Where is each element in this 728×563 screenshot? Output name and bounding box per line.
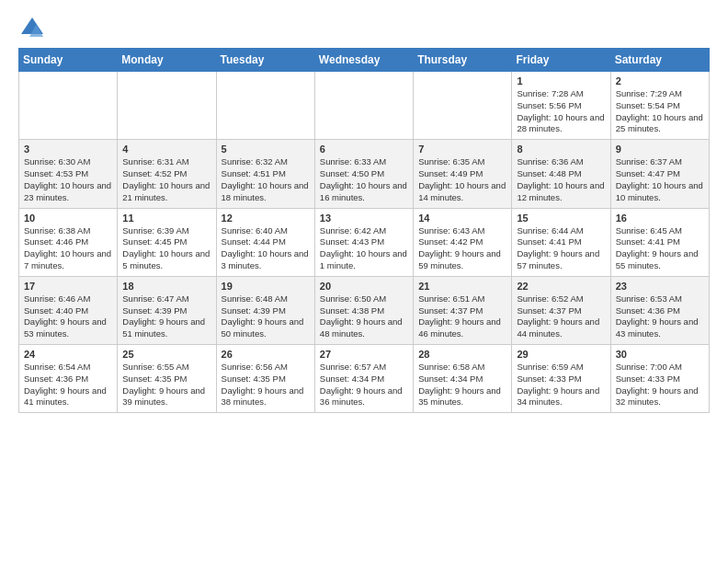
day-info: Sunrise: 6:59 AM Sunset: 4:33 PM Dayligh… (517, 362, 605, 408)
calendar-cell: 23Sunrise: 6:53 AM Sunset: 4:36 PM Dayli… (610, 276, 709, 344)
day-info: Sunrise: 6:33 AM Sunset: 4:50 PM Dayligh… (320, 156, 408, 203)
day-info: Sunrise: 6:31 AM Sunset: 4:52 PM Dayligh… (122, 156, 210, 203)
calendar-header-monday: Monday (118, 49, 216, 72)
day-number: 17 (24, 281, 112, 292)
day-number: 30 (616, 349, 704, 360)
calendar-cell: 11Sunrise: 6:39 AM Sunset: 4:45 PM Dayli… (118, 208, 216, 276)
calendar-cell: 19Sunrise: 6:48 AM Sunset: 4:39 PM Dayli… (216, 276, 314, 344)
day-number: 24 (24, 349, 112, 360)
day-info: Sunrise: 7:28 AM Sunset: 5:56 PM Dayligh… (517, 88, 605, 135)
day-info: Sunrise: 6:51 AM Sunset: 4:37 PM Dayligh… (418, 293, 506, 340)
calendar-cell: 27Sunrise: 6:57 AM Sunset: 4:34 PM Dayli… (314, 345, 413, 413)
calendar-cell: 17Sunrise: 6:46 AM Sunset: 4:40 PM Dayli… (19, 276, 118, 344)
calendar-cell: 28Sunrise: 6:58 AM Sunset: 4:34 PM Dayli… (414, 345, 512, 413)
day-number: 19 (222, 281, 310, 292)
day-info: Sunrise: 6:54 AM Sunset: 4:36 PM Dayligh… (24, 362, 112, 408)
calendar-cell: 29Sunrise: 6:59 AM Sunset: 4:33 PM Dayli… (512, 345, 610, 413)
day-number: 25 (122, 349, 210, 360)
calendar-cell: 15Sunrise: 6:44 AM Sunset: 4:41 PM Dayli… (512, 208, 610, 276)
day-number: 16 (616, 213, 704, 224)
calendar-week-2: 3Sunrise: 6:30 AM Sunset: 4:53 PM Daylig… (19, 140, 710, 208)
calendar-cell: 5Sunrise: 6:32 AM Sunset: 4:51 PM Daylig… (216, 140, 314, 208)
calendar-cell: 26Sunrise: 6:56 AM Sunset: 4:35 PM Dayli… (216, 345, 314, 413)
calendar-cell: 24Sunrise: 6:54 AM Sunset: 4:36 PM Dayli… (19, 345, 118, 413)
calendar-cell: 3Sunrise: 6:30 AM Sunset: 4:53 PM Daylig… (19, 140, 118, 208)
calendar-cell: 14Sunrise: 6:43 AM Sunset: 4:42 PM Dayli… (414, 208, 512, 276)
day-number: 9 (616, 144, 704, 155)
day-number: 28 (418, 349, 506, 360)
calendar-header-tuesday: Tuesday (216, 49, 314, 72)
day-info: Sunrise: 6:55 AM Sunset: 4:35 PM Dayligh… (122, 362, 210, 408)
day-number: 14 (418, 213, 506, 224)
day-info: Sunrise: 6:53 AM Sunset: 4:36 PM Dayligh… (616, 293, 704, 340)
day-number: 26 (222, 349, 310, 360)
calendar-cell (314, 72, 413, 140)
day-number: 11 (122, 213, 210, 224)
logo-icon (18, 15, 46, 42)
day-info: Sunrise: 6:42 AM Sunset: 4:43 PM Dayligh… (320, 225, 408, 272)
calendar-week-4: 17Sunrise: 6:46 AM Sunset: 4:40 PM Dayli… (19, 276, 710, 344)
day-number: 29 (517, 349, 605, 360)
header (18, 15, 710, 42)
calendar-cell: 4Sunrise: 6:31 AM Sunset: 4:52 PM Daylig… (118, 140, 216, 208)
calendar-cell: 22Sunrise: 6:52 AM Sunset: 4:37 PM Dayli… (512, 276, 610, 344)
day-number: 5 (222, 144, 310, 155)
calendar-cell: 12Sunrise: 6:40 AM Sunset: 4:44 PM Dayli… (216, 208, 314, 276)
day-info: Sunrise: 6:38 AM Sunset: 4:46 PM Dayligh… (24, 225, 112, 272)
day-info: Sunrise: 6:37 AM Sunset: 4:47 PM Dayligh… (616, 156, 704, 203)
day-info: Sunrise: 6:36 AM Sunset: 4:48 PM Dayligh… (517, 156, 605, 203)
calendar-header-friday: Friday (512, 49, 610, 72)
day-number: 10 (24, 213, 112, 224)
calendar-cell: 16Sunrise: 6:45 AM Sunset: 4:41 PM Dayli… (610, 208, 709, 276)
calendar-cell: 2Sunrise: 7:29 AM Sunset: 5:54 PM Daylig… (610, 72, 709, 140)
day-info: Sunrise: 6:32 AM Sunset: 4:51 PM Dayligh… (222, 156, 310, 203)
day-number: 7 (418, 144, 506, 155)
day-number: 18 (122, 281, 210, 292)
calendar-week-3: 10Sunrise: 6:38 AM Sunset: 4:46 PM Dayli… (19, 208, 710, 276)
day-number: 15 (517, 213, 605, 224)
day-number: 27 (320, 349, 408, 360)
calendar-cell: 25Sunrise: 6:55 AM Sunset: 4:35 PM Dayli… (118, 345, 216, 413)
day-info: Sunrise: 6:39 AM Sunset: 4:45 PM Dayligh… (122, 225, 210, 272)
calendar-cell: 21Sunrise: 6:51 AM Sunset: 4:37 PM Dayli… (414, 276, 512, 344)
day-info: Sunrise: 6:40 AM Sunset: 4:44 PM Dayligh… (222, 225, 310, 272)
calendar-cell: 20Sunrise: 6:50 AM Sunset: 4:38 PM Dayli… (314, 276, 413, 344)
calendar-header-wednesday: Wednesday (314, 49, 413, 72)
day-number: 1 (517, 75, 605, 86)
day-info: Sunrise: 6:30 AM Sunset: 4:53 PM Dayligh… (24, 156, 112, 203)
calendar-cell: 6Sunrise: 6:33 AM Sunset: 4:50 PM Daylig… (314, 140, 413, 208)
calendar-cell (414, 72, 512, 140)
day-number: 3 (24, 144, 112, 155)
day-number: 6 (320, 144, 408, 155)
page: SundayMondayTuesdayWednesdayThursdayFrid… (0, 0, 728, 422)
calendar-week-1: 1Sunrise: 7:28 AM Sunset: 5:56 PM Daylig… (19, 72, 710, 140)
day-info: Sunrise: 6:46 AM Sunset: 4:40 PM Dayligh… (24, 293, 112, 340)
calendar-cell (118, 72, 216, 140)
day-info: Sunrise: 7:00 AM Sunset: 4:33 PM Dayligh… (616, 362, 704, 408)
calendar-header-sunday: Sunday (19, 49, 118, 72)
calendar-cell: 13Sunrise: 6:42 AM Sunset: 4:43 PM Dayli… (314, 208, 413, 276)
day-number: 8 (517, 144, 605, 155)
day-info: Sunrise: 6:47 AM Sunset: 4:39 PM Dayligh… (122, 293, 210, 340)
day-number: 23 (616, 281, 704, 292)
day-info: Sunrise: 6:52 AM Sunset: 4:37 PM Dayligh… (517, 293, 605, 340)
day-info: Sunrise: 6:50 AM Sunset: 4:38 PM Dayligh… (320, 293, 408, 340)
calendar-header-row: SundayMondayTuesdayWednesdayThursdayFrid… (19, 49, 710, 72)
day-info: Sunrise: 6:58 AM Sunset: 4:34 PM Dayligh… (418, 362, 506, 408)
calendar-cell (216, 72, 314, 140)
day-info: Sunrise: 6:57 AM Sunset: 4:34 PM Dayligh… (320, 362, 408, 408)
day-info: Sunrise: 6:44 AM Sunset: 4:41 PM Dayligh… (517, 225, 605, 272)
calendar-week-5: 24Sunrise: 6:54 AM Sunset: 4:36 PM Dayli… (19, 345, 710, 413)
calendar-cell: 30Sunrise: 7:00 AM Sunset: 4:33 PM Dayli… (610, 345, 709, 413)
calendar-cell: 8Sunrise: 6:36 AM Sunset: 4:48 PM Daylig… (512, 140, 610, 208)
day-info: Sunrise: 6:56 AM Sunset: 4:35 PM Dayligh… (222, 362, 310, 408)
day-number: 2 (616, 75, 704, 86)
day-info: Sunrise: 6:45 AM Sunset: 4:41 PM Dayligh… (616, 225, 704, 272)
day-number: 12 (222, 213, 310, 224)
day-number: 13 (320, 213, 408, 224)
calendar-table: SundayMondayTuesdayWednesdayThursdayFrid… (18, 48, 710, 413)
day-info: Sunrise: 6:35 AM Sunset: 4:49 PM Dayligh… (418, 156, 506, 203)
day-number: 22 (517, 281, 605, 292)
calendar-cell: 1Sunrise: 7:28 AM Sunset: 5:56 PM Daylig… (512, 72, 610, 140)
day-number: 4 (122, 144, 210, 155)
